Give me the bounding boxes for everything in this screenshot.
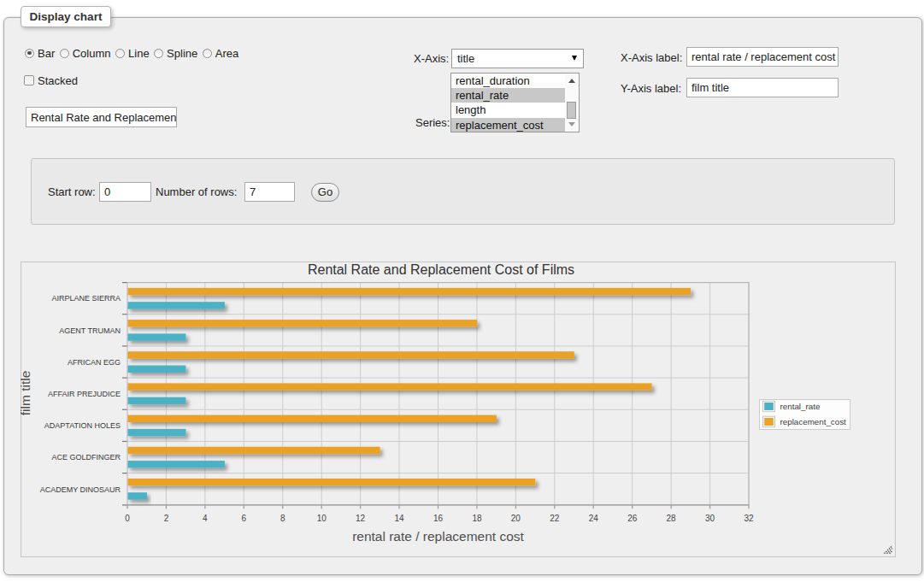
svg-text:24: 24: [589, 514, 599, 523]
svg-text:AFFAIR PREJUDICE: AFFAIR PREJUDICE: [48, 390, 121, 398]
svg-text:ACADEMY DINOSAUR: ACADEMY DINOSAUR: [40, 485, 121, 494]
svg-text:0: 0: [125, 514, 130, 523]
svg-text:Rental Rate and Replacement Co: Rental Rate and Replacement Cost of Film…: [308, 262, 574, 277]
svg-text:AIRPLANE SIERRA: AIRPLANE SIERRA: [51, 294, 121, 303]
svg-text:rental_rate: rental_rate: [780, 402, 821, 411]
svg-text:ADAPTATION HOLES: ADAPTATION HOLES: [44, 421, 121, 430]
svg-text:10: 10: [317, 514, 327, 523]
svg-text:replacement_cost: replacement_cost: [780, 417, 847, 426]
svg-text:30: 30: [705, 514, 715, 523]
svg-text:4: 4: [203, 514, 208, 523]
svg-text:22: 22: [550, 514, 560, 523]
svg-text:32: 32: [744, 514, 754, 523]
svg-text:AFRICAN EGG: AFRICAN EGG: [68, 358, 121, 367]
svg-text:ACE GOLDFINGER: ACE GOLDFINGER: [51, 453, 121, 461]
svg-text:rental rate / replacement cost: rental rate / replacement cost: [352, 529, 524, 544]
svg-text:12: 12: [356, 514, 366, 523]
svg-text:18: 18: [472, 514, 482, 523]
svg-text:28: 28: [667, 514, 677, 523]
svg-text:AGENT TRUMAN: AGENT TRUMAN: [59, 326, 121, 335]
svg-text:6: 6: [242, 514, 247, 523]
svg-text:20: 20: [511, 514, 521, 523]
svg-text:film title: film title: [21, 371, 32, 416]
svg-text:14: 14: [394, 514, 404, 523]
svg-text:8: 8: [280, 514, 285, 523]
svg-text:2: 2: [164, 514, 169, 523]
svg-text:26: 26: [627, 514, 638, 523]
svg-text:16: 16: [433, 514, 444, 523]
